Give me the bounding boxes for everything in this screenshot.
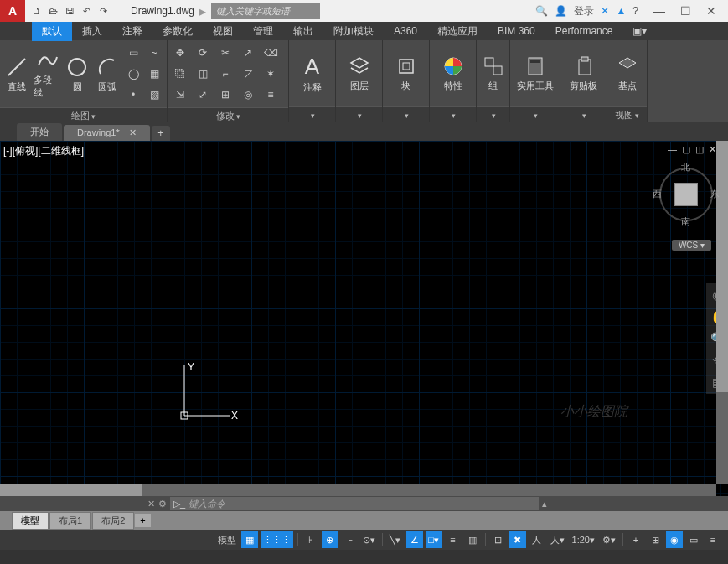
tab-manage[interactable]: 管理	[243, 22, 283, 41]
tab-parametric[interactable]: 参数化	[152, 22, 203, 41]
selection-cycling-icon[interactable]: ⊡	[490, 531, 507, 548]
offset-icon[interactable]: ◎	[239, 85, 257, 104]
panel-view-title[interactable]: 视图▾	[607, 106, 647, 122]
fillet-icon[interactable]: ⌐	[216, 65, 235, 83]
panel-draw-title[interactable]: 绘图▾	[0, 107, 167, 122]
3dosnap-icon[interactable]: ✖	[509, 531, 526, 548]
tab-addons[interactable]: 附加模块	[323, 22, 384, 41]
trim-icon[interactable]: ✂	[216, 44, 235, 62]
panel-group-arrow[interactable]: ▾	[477, 106, 509, 122]
point-icon[interactable]: •	[124, 85, 142, 104]
explode-icon[interactable]: ✶	[261, 65, 280, 83]
panel-utilities-arrow[interactable]: ▾	[510, 106, 560, 122]
open-icon[interactable]: 🗁	[45, 3, 60, 18]
array-icon[interactable]: ⊞	[216, 85, 235, 104]
login-label[interactable]: 登录	[574, 4, 594, 18]
tab-collapse-icon[interactable]: ▣▾	[622, 23, 657, 39]
copy-icon[interactable]: ⿻	[171, 65, 189, 83]
move-icon[interactable]: ✥	[171, 44, 189, 62]
tab-view[interactable]: 视图	[203, 22, 243, 41]
cube-top-face[interactable]	[674, 183, 698, 206]
customize-icon[interactable]: ≡	[705, 531, 721, 548]
tab-bim360[interactable]: BIM 360	[488, 23, 545, 39]
tab-default[interactable]: 默认	[32, 22, 72, 41]
tab-a360[interactable]: A360	[384, 23, 427, 39]
tab-start[interactable]: 开始	[17, 123, 62, 141]
hatch-icon[interactable]: ▦	[145, 65, 163, 83]
new-icon[interactable]: 🗋	[28, 3, 44, 18]
grid-toggle-icon[interactable]: ▦	[241, 531, 258, 548]
stretch-icon[interactable]: ⇲	[171, 85, 189, 104]
spline-icon[interactable]: ~	[145, 44, 163, 62]
region-icon[interactable]: ▨	[145, 85, 163, 104]
panel-clipboard-arrow[interactable]: ▾	[560, 106, 607, 122]
exchange-icon[interactable]: ✕	[601, 5, 609, 17]
utilities-button[interactable]: 实用工具	[514, 44, 556, 103]
tab-performance[interactable]: Performance	[545, 23, 623, 39]
block-button[interactable]: 块	[386, 44, 426, 103]
user-icon[interactable]: 👤	[555, 5, 567, 17]
viewport-maximize-icon[interactable]: ▢	[682, 144, 690, 155]
tab-close-icon[interactable]: ✕	[129, 127, 137, 137]
otrack-icon[interactable]: □▾	[426, 531, 442, 548]
lineweight-icon[interactable]: ≡	[445, 531, 462, 548]
layer-button[interactable]: 图层	[339, 44, 379, 103]
ortho-icon[interactable]: └	[341, 531, 358, 548]
group-button[interactable]: 组	[480, 44, 506, 103]
cmd-history-icon[interactable]: ▴	[542, 499, 547, 510]
panel-modify-title[interactable]: 修改▾	[168, 107, 288, 122]
clean-screen-icon[interactable]: ▭	[685, 531, 702, 548]
polar-icon[interactable]: ⊙▾	[360, 531, 378, 548]
extend-icon[interactable]: ↗	[239, 44, 257, 62]
snap-toggle-icon[interactable]: ⋮⋮⋮	[261, 531, 293, 548]
base-button[interactable]: 基点	[611, 44, 643, 103]
cmd-config-icon[interactable]: ⚙	[158, 499, 167, 510]
close-button[interactable]: ✕	[706, 4, 716, 18]
status-model[interactable]: 模型	[215, 531, 239, 548]
layout-add-button[interactable]: +	[135, 514, 150, 527]
tab-featured[interactable]: 精选应用	[427, 22, 488, 41]
panel-layer-arrow[interactable]: ▾	[336, 106, 382, 122]
transparency-icon[interactable]: ▥	[464, 531, 481, 548]
viewport-close-icon[interactable]: ✕	[709, 144, 716, 155]
view-label[interactable]: [-][俯视][二维线框]	[3, 144, 84, 158]
dynamic-input-icon[interactable]: ⊕	[322, 531, 338, 548]
quick-properties-icon[interactable]: +	[627, 531, 644, 548]
autodesk-icon[interactable]: ▲	[616, 5, 626, 17]
align-icon[interactable]: ≡	[261, 85, 280, 104]
layout-2[interactable]: 布局2	[92, 512, 134, 530]
minimize-button[interactable]: —	[653, 4, 665, 18]
viewport-restore-icon[interactable]: ◫	[695, 144, 704, 155]
tab-output[interactable]: 输出	[283, 22, 323, 41]
units-icon[interactable]: ⊞	[647, 531, 663, 548]
osnap-icon[interactable]: ∠	[406, 531, 423, 548]
command-input[interactable]: ▷_ 键入命令	[170, 497, 539, 510]
panel-properties-arrow[interactable]: ▾	[430, 106, 476, 122]
cmd-close-icon[interactable]: ✕	[147, 499, 155, 510]
panel-block-arrow[interactable]: ▾	[383, 106, 429, 122]
view-cube[interactable]: 北 南 西 东	[653, 161, 720, 228]
layout-1[interactable]: 布局1	[49, 512, 91, 530]
isodraft-icon[interactable]: ╲▾	[387, 531, 404, 548]
properties-button[interactable]: 特性	[433, 44, 472, 103]
app-icon[interactable]: A	[0, 0, 25, 22]
layout-model[interactable]: 模型	[12, 512, 49, 530]
panel-annotate-arrow[interactable]: ▾	[289, 106, 335, 122]
line-button[interactable]: 直线	[3, 44, 30, 104]
maximize-button[interactable]: ☐	[680, 4, 691, 18]
viewport-minimize-icon[interactable]: —	[668, 144, 677, 155]
rectangle-icon[interactable]: ▭	[124, 44, 142, 62]
filter-icon[interactable]: 人▾	[548, 531, 567, 548]
arc-button[interactable]: 圆弧	[94, 44, 121, 104]
search-input[interactable]: 键入关键字或短语	[211, 3, 320, 19]
clipboard-button[interactable]: 剪贴板	[564, 44, 603, 103]
wcs-label[interactable]: WCS ▾	[672, 240, 711, 251]
text-button[interactable]: A 注释	[292, 44, 332, 103]
binoculars-icon[interactable]: 🔍	[535, 5, 548, 17]
chamfer-icon[interactable]: ◸	[239, 65, 257, 83]
dyn-ucs-icon[interactable]: 人	[529, 531, 545, 548]
scale-icon[interactable]: ⤢	[194, 85, 212, 104]
mirror-icon[interactable]: ◫	[194, 65, 212, 83]
drawing-area[interactable]: [-][俯视][二维线框] — ▢ ◫ ✕ 北 南 西 东 WCS ▾ ◉ ✋ …	[0, 141, 728, 496]
polyline-button[interactable]: 多段线	[34, 44, 60, 104]
